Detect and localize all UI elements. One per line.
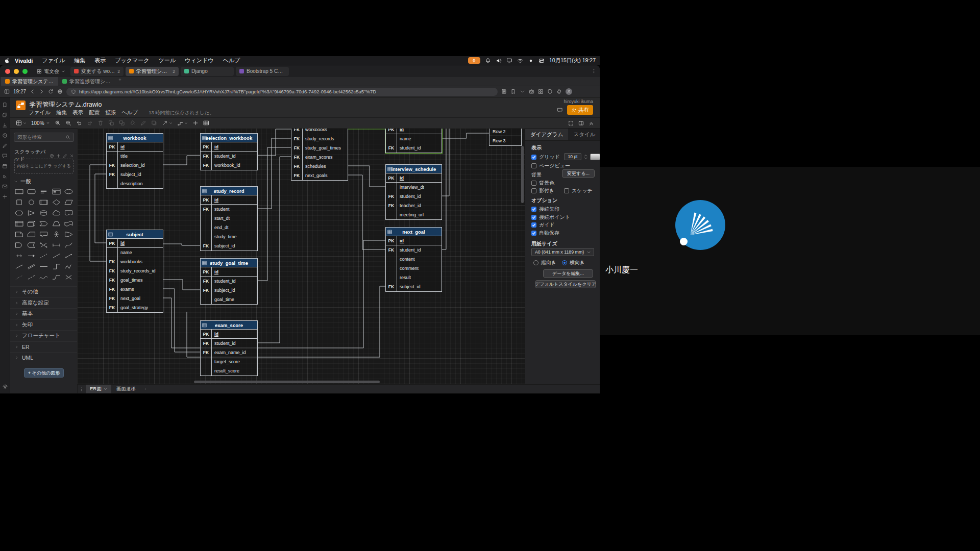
drawio-menu-2[interactable]: 表示 [72, 109, 87, 116]
option-checkbox[interactable] [531, 207, 536, 212]
shape-wave[interactable] [38, 273, 50, 281]
shape-section-2[interactable]: 基本 [10, 308, 77, 319]
shape-cube[interactable] [26, 219, 37, 228]
er-connection[interactable] [442, 129, 449, 196]
option-row-2[interactable]: ガイド [531, 221, 555, 229]
shape-section-5[interactable]: ER [10, 341, 77, 353]
shape-hline[interactable] [38, 262, 50, 270]
clear-default-style-button[interactable]: デフォルトスタイルをクリア [535, 280, 596, 288]
menubar-item-7[interactable]: ヘルプ [218, 57, 244, 64]
scratchpad-dropzone[interactable]: 内容をここにドラ ッグする [14, 159, 74, 173]
shape-section-3[interactable]: 矢印 [10, 319, 77, 331]
shape-elbow[interactable] [51, 262, 62, 270]
shape-cross[interactable] [63, 273, 75, 281]
tab-style[interactable]: スタイル [568, 129, 600, 140]
edit-icon[interactable] [63, 154, 67, 158]
option-row-3[interactable]: 自動保存 [531, 230, 559, 237]
er-table-selection_workbook[interactable]: selection_workbookPKidFKstudent_idFKwork… [200, 133, 258, 170]
diagram-canvas[interactable]: workbookPKidtitleFKselection_idFKsubject… [78, 129, 525, 384]
horizontal-scrollbar[interactable] [194, 381, 380, 383]
undo-button[interactable] [76, 120, 82, 126]
portrait-radio[interactable] [533, 260, 538, 265]
er-connection[interactable] [258, 147, 291, 281]
fullscreen-icon[interactable] [568, 120, 574, 126]
zoom-window-button[interactable] [22, 69, 28, 74]
add-page-icon[interactable] [141, 387, 150, 391]
gear-icon[interactable] [2, 384, 8, 390]
option-row-0[interactable]: 接続矢印 [531, 206, 559, 213]
plus-icon[interactable] [2, 194, 8, 199]
shape-section-4[interactable]: フローチャート [10, 330, 77, 341]
er-table-subject[interactable]: subjectPKidnameFKworkbooksFKstudy_record… [106, 230, 163, 313]
pencil-icon[interactable] [2, 143, 8, 148]
er-connection[interactable] [163, 156, 200, 165]
comments-icon[interactable] [557, 107, 563, 113]
er-connection[interactable] [258, 157, 291, 343]
er-table-study_goal_time[interactable]: study_goal_timePKidFKstudent_idFKsubject… [200, 258, 258, 305]
conn-arrow-button[interactable] [162, 120, 173, 126]
windows-icon[interactable] [2, 112, 8, 118]
shape-list[interactable] [51, 187, 62, 195]
shape-trapezoid[interactable] [51, 219, 62, 228]
grid-color-swatch[interactable] [590, 154, 600, 160]
er-table-interview_schedule[interactable]: interview_schedulePKidinterview_dtFKstud… [385, 164, 442, 220]
shape-cylinder[interactable] [38, 209, 50, 217]
reload-icon[interactable] [48, 89, 54, 94]
er-connection[interactable] [163, 240, 385, 348]
panel-toggle-icon[interactable] [4, 89, 10, 94]
shape-bidir-arrow[interactable] [13, 252, 24, 260]
table-button[interactable] [203, 120, 209, 126]
shape-section-0[interactable]: その他 [10, 286, 77, 297]
page-view-row[interactable]: ページビュー [531, 162, 570, 169]
background-color-row[interactable]: 背景色 [531, 180, 554, 187]
toggles-icon[interactable] [538, 58, 545, 64]
to-back-button[interactable] [119, 120, 125, 126]
shape-text[interactable] [38, 187, 50, 195]
speaker-icon[interactable] [496, 58, 502, 64]
wifi-icon[interactable] [517, 58, 523, 64]
workspace-selector[interactable]: 電文会 [34, 67, 68, 76]
page-tab-0[interactable]: ER図 [86, 385, 111, 394]
er-connection[interactable] [442, 129, 446, 249]
sub-tab-0[interactable]: 学習管理システム.drawio - [1, 77, 58, 86]
panel-icon[interactable] [578, 120, 584, 126]
option-row-1[interactable]: 接続ポイント [531, 214, 570, 221]
shadow-row[interactable]: 影付き [531, 187, 554, 194]
shape-rounded[interactable] [26, 187, 37, 195]
shape-internal[interactable] [13, 219, 24, 228]
menubar-item-4[interactable]: ブックマーク [110, 57, 154, 64]
zoom-in-button[interactable] [55, 120, 61, 126]
shape-dashed[interactable] [38, 252, 50, 260]
shape-process[interactable] [38, 198, 50, 206]
drawio-menu-0[interactable]: ファイル [29, 109, 55, 116]
er-connection[interactable] [258, 138, 291, 209]
reader-icon[interactable] [501, 89, 507, 94]
section-general[interactable]: 一般 [14, 178, 31, 185]
paper-size-select[interactable]: A0 (841 mm x 1189 mm) [531, 248, 594, 256]
shape-step[interactable] [38, 219, 50, 228]
page-tab-1[interactable]: 画面遷移 [112, 385, 140, 394]
forward-icon[interactable] [39, 89, 44, 94]
shape-dotted[interactable] [13, 273, 24, 281]
to-front-button[interactable] [108, 120, 114, 126]
er-connection[interactable] [163, 244, 200, 245]
record-icon[interactable] [528, 58, 534, 64]
menubar-clock[interactable]: 10月15日(火) 19:27 [549, 57, 596, 64]
drawio-menu-5[interactable]: ヘルプ [121, 109, 142, 116]
shape-bidir-conn[interactable] [63, 252, 75, 260]
er-table-exam_name[interactable]: PKidnameFKstudent_id [385, 129, 442, 153]
shadow-checkbox[interactable] [531, 188, 536, 193]
more-shapes-button[interactable]: + その他の図形 [24, 368, 64, 378]
site-shield-icon[interactable] [71, 89, 76, 94]
shape-link[interactable] [26, 262, 37, 270]
back-icon[interactable] [30, 89, 35, 94]
shape-actor[interactable] [51, 230, 62, 238]
shape-callout[interactable] [38, 230, 50, 238]
browser-tab-3[interactable]: Bootstrap 5 CheatSheet B... [236, 67, 289, 76]
shape-document[interactable] [63, 209, 75, 217]
edit-data-button[interactable]: データを編集... [543, 269, 593, 278]
shape-switch[interactable] [38, 241, 50, 249]
er-table-rows[interactable]: Row 2Row 3 [489, 129, 522, 146]
tab-menu-icon[interactable] [591, 68, 597, 74]
new-tab-icon[interactable] [115, 77, 125, 82]
